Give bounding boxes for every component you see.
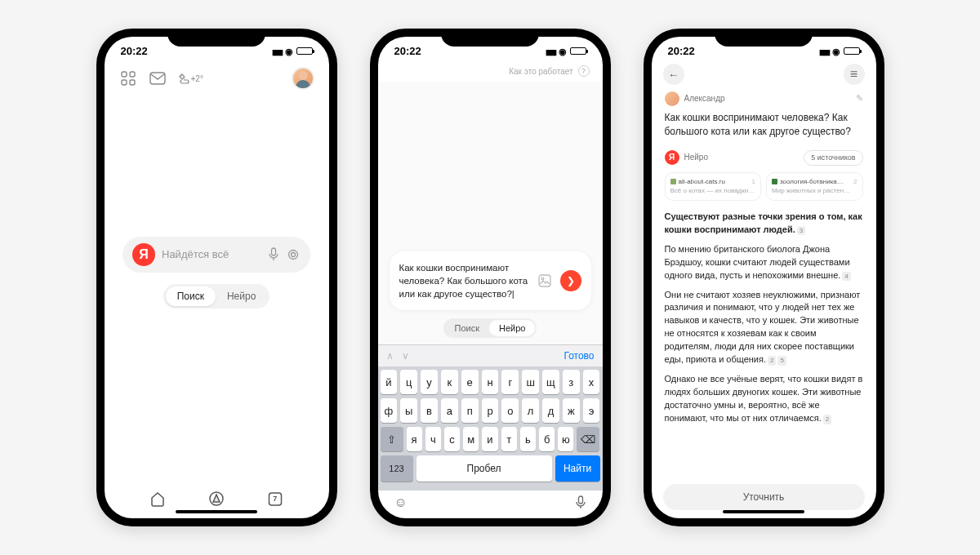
key-ц[interactable]: ц bbox=[400, 370, 417, 394]
key-о[interactable]: о bbox=[501, 398, 519, 423]
chat-area: Как кошки воспринимают человека? Как бол… bbox=[378, 82, 603, 344]
key-с[interactable]: с bbox=[444, 427, 460, 451]
key-р[interactable]: р bbox=[482, 398, 499, 423]
toggle-search[interactable]: Поиск bbox=[445, 320, 489, 336]
key-л[interactable]: л bbox=[522, 398, 539, 423]
toggle-neuro[interactable]: Нейро bbox=[216, 286, 267, 306]
toggle-search[interactable]: Поиск bbox=[166, 286, 216, 306]
weather-widget[interactable]: +2° bbox=[178, 73, 203, 84]
menu-button[interactable]: ≡ bbox=[844, 64, 865, 85]
image-attach-icon[interactable] bbox=[536, 272, 554, 290]
key-т[interactable]: т bbox=[501, 427, 517, 451]
how-it-works-link[interactable]: Как это работает ? bbox=[378, 60, 603, 82]
nav-calendar-icon[interactable]: 7 bbox=[267, 491, 283, 507]
services-grid-icon[interactable] bbox=[119, 69, 137, 87]
key-ш[interactable]: ш bbox=[522, 370, 539, 394]
key-д[interactable]: д bbox=[542, 398, 559, 423]
sources-count-chip[interactable]: 5 источников bbox=[804, 150, 862, 166]
svg-rect-6 bbox=[272, 248, 276, 255]
answer-header: ← ≡ bbox=[652, 60, 876, 91]
home-indicator bbox=[723, 510, 804, 513]
kb-row-4: 123 Пробел Найти bbox=[381, 455, 600, 482]
key-у[interactable]: у bbox=[421, 370, 438, 394]
input-card[interactable]: Как кошки воспринимают человека? Как бол… bbox=[390, 251, 591, 310]
toggle-neuro[interactable]: Нейро bbox=[489, 320, 535, 336]
shift-key[interactable]: ⇧ bbox=[381, 427, 403, 451]
key-м[interactable]: м bbox=[463, 427, 479, 451]
citation[interactable]: 3 bbox=[797, 226, 805, 236]
kb-row-3: ⇧ ячсмитьбю ⌫ bbox=[381, 427, 600, 451]
key-я[interactable]: я bbox=[407, 427, 422, 451]
key-ж[interactable]: ж bbox=[563, 398, 580, 423]
calendar-day: 7 bbox=[267, 495, 283, 503]
dictation-icon[interactable] bbox=[575, 495, 586, 510]
back-button[interactable]: ← bbox=[663, 64, 684, 85]
citation[interactable]: 4 bbox=[842, 272, 850, 282]
go-key[interactable]: Найти bbox=[555, 455, 600, 482]
mode-toggle[interactable]: Поиск Нейро bbox=[443, 318, 537, 338]
backspace-key[interactable]: ⌫ bbox=[577, 427, 599, 451]
neuro-header: Я Нейро 5 источников bbox=[665, 150, 863, 166]
send-button[interactable]: ❯ bbox=[560, 270, 581, 291]
source-host: all-about-cats.ru bbox=[679, 177, 725, 187]
battery-icon bbox=[844, 47, 860, 55]
key-п[interactable]: п bbox=[461, 398, 479, 423]
home-indicator bbox=[176, 510, 257, 513]
key-з[interactable]: з bbox=[563, 370, 580, 394]
key-в[interactable]: в bbox=[421, 398, 438, 423]
key-э[interactable]: э bbox=[583, 398, 600, 423]
space-key[interactable]: Пробел bbox=[416, 455, 552, 482]
answer-content[interactable]: Александр ✎ Как кошки воспринимают челов… bbox=[652, 91, 876, 477]
edit-icon[interactable]: ✎ bbox=[856, 92, 863, 105]
mail-icon[interactable] bbox=[149, 69, 167, 87]
battery-icon bbox=[570, 47, 586, 55]
answer-lead: Существуют разные точки зрения о том, ка… bbox=[665, 211, 862, 234]
numeric-key[interactable]: 123 bbox=[381, 455, 413, 482]
citation[interactable]: 2 bbox=[768, 356, 776, 366]
kb-down-icon[interactable]: ∨ bbox=[402, 350, 409, 362]
favicon-icon bbox=[670, 179, 676, 184]
source-card[interactable]: all-about-cats.ru1 Всё о котах — их пова… bbox=[665, 172, 762, 201]
key-г[interactable]: г bbox=[501, 370, 519, 394]
signal-icon bbox=[546, 45, 555, 57]
signal-icon bbox=[272, 45, 282, 57]
key-б[interactable]: б bbox=[539, 427, 555, 451]
key-а[interactable]: а bbox=[441, 398, 458, 423]
status-indicators bbox=[546, 45, 586, 57]
citation[interactable]: 2 bbox=[823, 415, 831, 424]
source-card[interactable]: зоология-ботаника…2 Мир животных и расте… bbox=[766, 172, 863, 201]
citation[interactable]: 5 bbox=[777, 356, 786, 366]
key-е[interactable]: е bbox=[461, 370, 479, 394]
key-х[interactable]: х bbox=[583, 370, 600, 394]
key-ю[interactable]: ю bbox=[558, 427, 573, 451]
mic-icon[interactable] bbox=[268, 247, 279, 262]
key-щ[interactable]: щ bbox=[542, 370, 559, 394]
svg-point-8 bbox=[292, 252, 296, 256]
key-ч[interactable]: ч bbox=[425, 427, 441, 451]
svg-rect-1 bbox=[130, 72, 135, 77]
kb-up-icon[interactable]: ∧ bbox=[386, 350, 394, 362]
nav-alice-icon[interactable] bbox=[208, 491, 225, 507]
input-text[interactable]: Как кошки воспринимают человека? Как бол… bbox=[399, 261, 529, 300]
nav-home-icon[interactable] bbox=[149, 491, 166, 507]
keyboard-done-button[interactable]: Готово bbox=[564, 350, 594, 362]
svg-point-12 bbox=[541, 278, 544, 280]
svg-rect-3 bbox=[130, 80, 135, 85]
key-ы[interactable]: ы bbox=[400, 398, 417, 423]
search-bar[interactable]: Я Найдётся всё bbox=[122, 237, 310, 273]
key-и[interactable]: и bbox=[482, 427, 497, 451]
avatar[interactable] bbox=[292, 67, 314, 90]
key-й[interactable]: й bbox=[381, 370, 398, 394]
key-н[interactable]: н bbox=[482, 370, 499, 394]
refine-button[interactable]: Уточнить bbox=[663, 484, 865, 510]
key-ь[interactable]: ь bbox=[520, 427, 536, 451]
favicon-icon bbox=[772, 179, 777, 184]
source-subtitle: Всё о котах — их повадки… bbox=[670, 186, 756, 196]
camera-icon[interactable] bbox=[286, 247, 301, 262]
mode-toggle[interactable]: Поиск Нейро bbox=[163, 284, 270, 309]
source-index: 2 bbox=[853, 177, 857, 187]
key-к[interactable]: к bbox=[441, 370, 458, 394]
emoji-icon[interactable]: ☺ bbox=[394, 495, 408, 510]
key-ф[interactable]: ф bbox=[381, 398, 398, 423]
source-cards: all-about-cats.ru1 Всё о котах — их пова… bbox=[665, 172, 863, 201]
